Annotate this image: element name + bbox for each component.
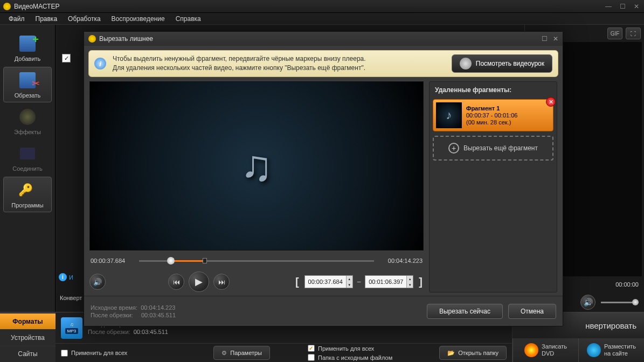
join-icon (20, 148, 35, 159)
maximize-button[interactable]: ☐ (618, 3, 627, 10)
toolbar-programs-label: Программы (11, 202, 43, 208)
fragment-duration: (00 мин. 28 сек.) (466, 119, 517, 126)
checkbox-icon (308, 345, 315, 352)
seek-bar[interactable] (139, 256, 374, 266)
info-icon: i (94, 58, 106, 69)
cancel-button[interactable]: Отмена (508, 304, 556, 319)
add-fragment-button[interactable]: + Вырезать ещё фрагмент (433, 136, 553, 161)
spin-up-icon[interactable]: ▲ (406, 276, 413, 282)
spin-up-icon[interactable]: ▲ (346, 276, 352, 282)
effects-icon (19, 109, 36, 125)
minimize-button[interactable]: — (604, 3, 613, 10)
toolbar-join-label: Соединить (12, 165, 43, 172)
volume-button[interactable]: 🔊 (580, 295, 595, 310)
key-icon (18, 183, 37, 197)
menu-process[interactable]: Обработка (64, 14, 105, 24)
globe-icon (587, 343, 601, 357)
fragment-card[interactable]: ♪ Фрагмент 1 00:00:37 - 00:01:06 (00 мин… (433, 99, 553, 131)
deleted-fragments-title: Удаленные фрагменты: (433, 85, 553, 95)
tab-formats[interactable]: Форматы (0, 313, 56, 329)
gear-icon (221, 350, 227, 357)
video-tutorial-button[interactable]: Посмотреть видеоурок (452, 54, 552, 73)
dialog-close-button[interactable]: ✕ (553, 35, 558, 43)
music-note-icon: ♫ (240, 141, 273, 191)
same-folder-checkbox[interactable]: Папка с исходным файлом (308, 354, 392, 361)
seek-time-total: 00:04:14.223 (379, 257, 423, 264)
checkbox-icon (308, 354, 315, 361)
close-button[interactable]: ✕ (632, 3, 641, 10)
menubar: Файл Правка Обработка Воспроизведение Сп… (0, 13, 644, 25)
fragment-name: Фрагмент 1 (466, 105, 517, 112)
volume-slider[interactable] (601, 302, 639, 303)
cut-range-highlight (170, 260, 205, 262)
checkbox-icon (61, 350, 68, 357)
bracket-close-icon[interactable]: ] (418, 276, 424, 288)
info-text: И (69, 274, 73, 281)
dialog-logo-icon (88, 35, 96, 43)
dvd-icon (524, 343, 538, 357)
toolbar-add-label: Добавить (15, 55, 41, 62)
dialog-titlebar[interactable]: Вырезать лишнее ☐ ✕ (84, 32, 563, 46)
film-cut-icon (19, 72, 36, 88)
volume-knob[interactable] (632, 299, 639, 305)
fragment-thumb-icon: ♪ (436, 102, 462, 128)
format-mp3-badge: MP3 (65, 328, 78, 334)
burn-dvd-button[interactable]: ЗаписатьDVD (513, 338, 578, 362)
cut-dialog: Вырезать лишнее ☐ ✕ i Чтобы выделить нен… (84, 31, 563, 326)
step-back-button[interactable]: ⏮ (168, 274, 184, 290)
menu-file[interactable]: Файл (4, 14, 29, 24)
cut-to-field[interactable]: 00:01:06.397 ▲▼ (365, 275, 413, 288)
publish-site-button[interactable]: Разместитьна сайте (578, 338, 644, 362)
seek-knob[interactable] (167, 257, 175, 264)
spin-down-icon[interactable]: ▼ (346, 282, 352, 288)
music-mini-icon: ♫ (70, 322, 74, 327)
apply-all-checkbox-2[interactable]: Применить для всех (308, 345, 392, 352)
toolbar-cut-label: Обрезать (15, 92, 41, 99)
fragment-delete-button[interactable]: ✕ (546, 97, 556, 107)
cut-now-button[interactable]: Вырезать сейчас (427, 304, 503, 319)
toolbar-effects[interactable]: Эффекты (3, 103, 52, 139)
parameters-button[interactable]: Параметры (213, 346, 270, 360)
toolbar-programs[interactable]: Программы (3, 177, 52, 212)
hint-text: Чтобы выделить ненужный фрагмент, передв… (113, 54, 445, 73)
fragment-range: 00:00:37 - 00:01:06 (466, 112, 517, 119)
info-icon: i (59, 273, 67, 281)
toolbar-cut[interactable]: Обрезать (3, 67, 52, 102)
info-bar: i И (59, 273, 73, 281)
menu-playback[interactable]: Воспроизведение (107, 14, 169, 24)
seek-time-current: 00:00:37.684 (91, 257, 134, 264)
app-title: ВидеоМАСТЕР (14, 3, 604, 10)
menu-help[interactable]: Справка (171, 14, 205, 24)
open-folder-button[interactable]: Открыть папку (439, 346, 507, 360)
dialog-title: Вырезать лишнее (99, 35, 542, 43)
menu-edit[interactable]: Правка (31, 14, 62, 24)
fullscreen-button[interactable]: ⛶ (626, 27, 641, 39)
bracket-open-icon[interactable]: [ (294, 276, 300, 288)
toolbar-join[interactable]: Соединить (3, 140, 52, 176)
dialog-footer: Исходное время: 00:04:14.223 После обрез… (84, 296, 563, 326)
gif-button[interactable]: GIF (607, 27, 622, 39)
tab-devices[interactable]: Устройства (0, 329, 56, 345)
video-player[interactable]: ♫ (89, 81, 424, 250)
plus-icon: + (448, 143, 459, 154)
spin-down-icon[interactable]: ▼ (406, 282, 413, 288)
folder-icon (447, 350, 455, 357)
webcam-icon (460, 58, 472, 69)
format-thumbnail[interactable]: ♫ MP3 (61, 317, 82, 339)
preview-time: 00:00:00 (615, 281, 639, 288)
apply-all-checkbox-1[interactable]: Применить для всех (61, 350, 127, 357)
play-button[interactable]: ▶ (189, 272, 209, 292)
toolbar-effects-label: Эффекты (14, 129, 41, 135)
app-logo-icon (3, 3, 11, 10)
mute-button[interactable]: 🔊 (89, 274, 106, 290)
film-add-icon (19, 36, 36, 52)
step-fwd-button[interactable]: ⏭ (213, 274, 230, 290)
cut-from-field[interactable]: 00:00:37.684 ▲▼ (304, 275, 353, 288)
toolbar-add[interactable]: Добавить (3, 30, 52, 66)
marker-end[interactable] (203, 258, 207, 263)
file-row-checkbox[interactable] (62, 54, 71, 62)
dialog-maximize-button[interactable]: ☐ (542, 35, 548, 43)
dash-separator: – (357, 278, 361, 286)
titlebar: ВидеоМАСТЕР — ☐ ✕ (0, 0, 644, 13)
tab-sites[interactable]: Сайты (0, 346, 56, 362)
